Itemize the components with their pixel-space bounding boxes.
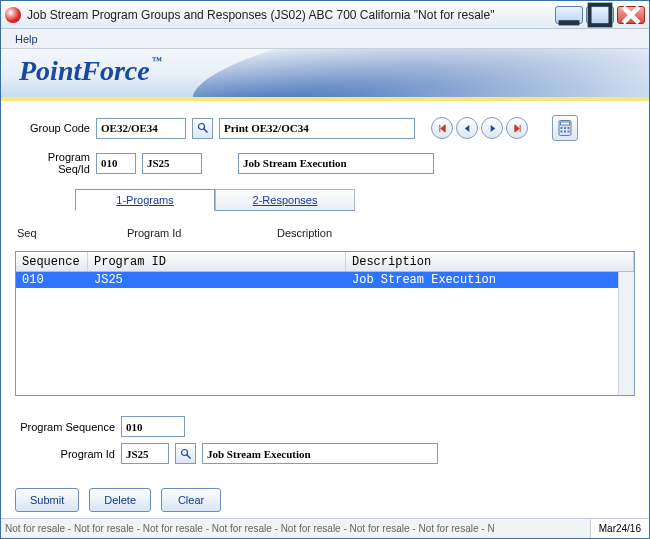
grid-column-headers: Sequence Program ID Description: [16, 252, 634, 272]
svg-rect-1: [590, 4, 611, 25]
row-program-id: Program Id JS25 Job Stream Execution: [15, 443, 635, 464]
tabs: 1-Programs 2-Responses: [75, 189, 635, 211]
grid-label-seq: Seq: [17, 227, 127, 239]
grid-label-pid: Program Id: [127, 227, 277, 239]
calculator-icon: [558, 120, 572, 136]
tab-programs[interactable]: 1-Programs: [75, 189, 215, 211]
label-program-seq-id: Program Seq/Id: [15, 151, 90, 175]
group-code-desc-field[interactable]: Print OE32/OC34: [219, 118, 415, 139]
last-icon: [513, 124, 522, 133]
seq-field[interactable]: 010: [96, 153, 136, 174]
label-program-id: Program Id: [15, 448, 115, 460]
bottom-fields: Program Sequence 010 Program Id JS25 Job…: [15, 416, 635, 464]
grid-external-labels: Seq Program Id Description: [17, 227, 635, 239]
svg-rect-0: [559, 20, 580, 25]
action-buttons: Submit Delete Clear: [15, 488, 635, 512]
window-title: Job Stream Program Groups and Responses …: [27, 8, 555, 22]
tab-responses[interactable]: 2-Responses: [215, 189, 355, 211]
brand-banner: PointForce™: [1, 49, 649, 101]
svg-line-13: [186, 454, 190, 458]
svg-line-3: [203, 129, 207, 133]
program-grid: Sequence Program ID Description 010 JS25…: [15, 251, 635, 396]
delete-button[interactable]: Delete: [89, 488, 151, 512]
nav-first-button[interactable]: [431, 117, 453, 139]
svg-point-12: [181, 449, 187, 455]
group-code-field[interactable]: OE32/OE34: [96, 118, 186, 139]
svg-rect-6: [561, 127, 563, 129]
brand-text: PointForce: [19, 55, 150, 86]
svg-rect-10: [564, 131, 566, 133]
svg-rect-7: [564, 127, 566, 129]
status-date: Mar24/16: [590, 519, 649, 538]
col-header-description[interactable]: Description: [346, 252, 634, 271]
svg-rect-5: [561, 122, 570, 125]
svg-rect-11: [568, 131, 570, 133]
submit-button[interactable]: Submit: [15, 488, 79, 512]
calculator-button[interactable]: [552, 115, 578, 141]
cell-pid: JS25: [88, 273, 346, 287]
label-group-code: Group Code: [15, 122, 90, 134]
record-nav: [431, 117, 528, 139]
clear-button[interactable]: Clear: [161, 488, 221, 512]
first-icon: [438, 124, 447, 133]
minimize-button[interactable]: [555, 6, 583, 24]
cell-desc: Job Stream Execution: [346, 273, 634, 287]
nav-next-button[interactable]: [481, 117, 503, 139]
svg-rect-8: [568, 127, 570, 129]
grid-scrollbar[interactable]: [618, 272, 634, 395]
label-program-sequence: Program Sequence: [15, 421, 115, 433]
prog-desc-field[interactable]: Job Stream Execution: [238, 153, 434, 174]
group-code-lookup-button[interactable]: [192, 118, 213, 139]
form-area: Group Code OE32/OE34 Print OE32/OC34: [1, 101, 649, 518]
program-sequence-field[interactable]: 010: [121, 416, 185, 437]
col-header-sequence[interactable]: Sequence: [16, 252, 88, 271]
nav-prev-button[interactable]: [456, 117, 478, 139]
cell-seq: 010: [16, 273, 88, 287]
row-program-seq-id: Program Seq/Id 010 JS25 Job Stream Execu…: [15, 151, 635, 175]
maximize-icon: [587, 2, 613, 28]
program-id-field[interactable]: JS25: [121, 443, 169, 464]
brand-logo: PointForce™: [19, 55, 162, 87]
status-message: Not for resale - Not for resale - Not fo…: [1, 523, 590, 534]
grid-row[interactable]: 010 JS25 Job Stream Execution: [16, 272, 634, 288]
close-button[interactable]: [617, 6, 645, 24]
title-bar: Job Stream Program Groups and Responses …: [1, 1, 649, 29]
grid-label-desc: Description: [277, 227, 332, 239]
app-window: Job Stream Program Groups and Responses …: [0, 0, 650, 539]
row-group-code: Group Code OE32/OE34 Print OE32/OC34: [15, 115, 635, 141]
search-icon: [180, 448, 192, 460]
svg-rect-9: [561, 131, 563, 133]
prog-id-field[interactable]: JS25: [142, 153, 202, 174]
next-icon: [488, 124, 497, 133]
app-icon: [5, 7, 21, 23]
window-buttons: [555, 6, 645, 24]
row-program-sequence: Program Sequence 010: [15, 416, 635, 437]
menu-bar: Help: [1, 29, 649, 49]
minimize-icon: [556, 2, 582, 28]
close-icon: [618, 2, 644, 28]
prev-icon: [463, 124, 472, 133]
svg-point-2: [198, 124, 204, 130]
program-id-desc-field[interactable]: Job Stream Execution: [202, 443, 438, 464]
brand-tm: ™: [152, 55, 162, 66]
search-icon: [197, 122, 209, 134]
nav-last-button[interactable]: [506, 117, 528, 139]
program-id-lookup-button[interactable]: [175, 443, 196, 464]
menu-help[interactable]: Help: [7, 31, 46, 47]
maximize-button[interactable]: [586, 6, 614, 24]
col-header-program-id[interactable]: Program ID: [88, 252, 346, 271]
status-bar: Not for resale - Not for resale - Not fo…: [1, 518, 649, 538]
